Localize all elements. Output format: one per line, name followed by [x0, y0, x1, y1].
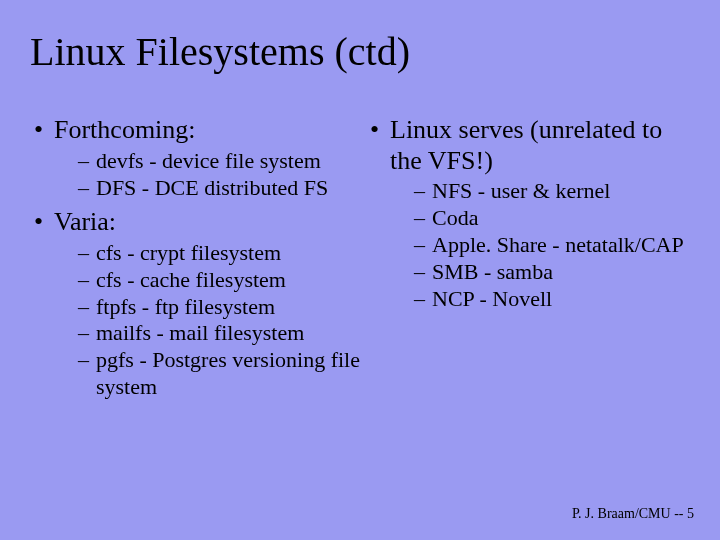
- slide-footer: P. J. Braam/CMU -- 5: [572, 506, 694, 522]
- item-text: Apple. Share - netatalk/CAP: [432, 232, 684, 257]
- item-text: Coda: [432, 205, 478, 230]
- forthcoming-label: Forthcoming:: [54, 115, 196, 144]
- right-column: Linux serves (unrelated to the VFS!) NFS…: [366, 115, 696, 407]
- item-text: cfs - cache filesystem: [96, 267, 286, 292]
- item-text: SMB - samba: [432, 259, 553, 284]
- list-item: DFS - DCE distributed FS: [78, 175, 360, 202]
- list-item: ftpfs - ftp filesystem: [78, 294, 360, 321]
- linux-serves-heading: Linux serves (unrelated to the VFS!) NFS…: [366, 115, 696, 312]
- list-item: Coda: [414, 205, 696, 232]
- slide: Linux Filesystems (ctd) Forthcoming: dev…: [0, 0, 720, 540]
- list-item: devfs - device file system: [78, 148, 360, 175]
- item-text: pgfs - Postgres versioning file system: [96, 347, 360, 399]
- item-text: NCP - Novell: [432, 286, 552, 311]
- item-text: mailfs - mail filesystem: [96, 320, 304, 345]
- list-item: NCP - Novell: [414, 286, 696, 313]
- list-item: SMB - samba: [414, 259, 696, 286]
- varia-label: Varia:: [54, 207, 116, 236]
- slide-title: Linux Filesystems (ctd): [30, 28, 690, 75]
- forthcoming-heading: Forthcoming: devfs - device file system …: [30, 115, 360, 201]
- list-item: cfs - cache filesystem: [78, 267, 360, 294]
- list-item: cfs - crypt filesystem: [78, 240, 360, 267]
- list-item: Apple. Share - netatalk/CAP: [414, 232, 696, 259]
- item-text: ftpfs - ftp filesystem: [96, 294, 275, 319]
- item-text: NFS - user & kernel: [432, 178, 610, 203]
- list-item: NFS - user & kernel: [414, 178, 696, 205]
- list-item: mailfs - mail filesystem: [78, 320, 360, 347]
- list-item: pgfs - Postgres versioning file system: [78, 347, 360, 401]
- item-text: DFS - DCE distributed FS: [96, 175, 328, 200]
- item-text: devfs - device file system: [96, 148, 321, 173]
- content-columns: Forthcoming: devfs - device file system …: [30, 115, 690, 407]
- linux-serves-label: Linux serves (unrelated to the VFS!): [390, 115, 662, 175]
- left-column: Forthcoming: devfs - device file system …: [30, 115, 360, 407]
- varia-heading: Varia: cfs - crypt filesystem cfs - cach…: [30, 207, 360, 401]
- item-text: cfs - crypt filesystem: [96, 240, 281, 265]
